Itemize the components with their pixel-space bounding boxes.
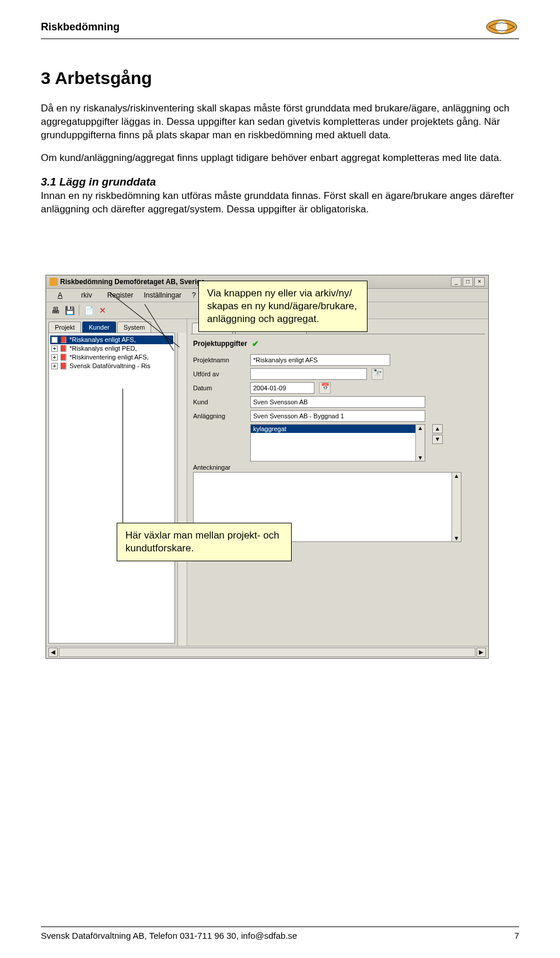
input-projektnamn[interactable] bbox=[250, 354, 390, 366]
label-anlaggning: Anläggning bbox=[193, 412, 246, 419]
label-kund: Kund bbox=[193, 398, 246, 405]
paragraph-1: Då en ny riskanalys/riskinventering skal… bbox=[41, 102, 519, 142]
scroll-down-icon[interactable]: ▼ bbox=[452, 535, 461, 541]
subsection-heading: 3.1 Lägg in grunddata bbox=[41, 176, 519, 188]
separator bbox=[79, 305, 79, 316]
aggregat-listbox[interactable]: kylaggregat ▲ ▼ bbox=[250, 424, 425, 461]
expand-icon[interactable]: + bbox=[51, 345, 58, 352]
group-title: Projektuppgifter ✔ bbox=[187, 334, 488, 351]
save-icon[interactable]: 💾 bbox=[64, 305, 75, 316]
check-icon: ✔ bbox=[252, 339, 259, 348]
book-icon: 📕 bbox=[60, 362, 68, 370]
eye-logo-icon bbox=[484, 18, 519, 36]
page-number: 7 bbox=[514, 931, 519, 940]
book-icon: 📕 bbox=[60, 354, 68, 361]
tree-scrollbar[interactable] bbox=[177, 333, 187, 646]
close-button[interactable]: × bbox=[474, 277, 485, 286]
listbox-scrollbar[interactable]: ▲ ▼ bbox=[415, 425, 425, 461]
minimize-button[interactable]: _ bbox=[451, 277, 461, 286]
tree-item-2[interactable]: + 📕 *Riskinventering enligt AFS, bbox=[50, 353, 173, 362]
scroll-up-icon[interactable]: ▲ bbox=[452, 473, 461, 479]
move-down-icon[interactable]: ▼ bbox=[432, 435, 443, 444]
label-projektnamn: Projektnamn bbox=[193, 356, 246, 363]
header-title: Riskbedömning bbox=[41, 21, 120, 33]
input-anlaggning[interactable] bbox=[250, 410, 425, 422]
input-datum[interactable] bbox=[250, 382, 314, 394]
menu-installningar[interactable]: Inställningar bbox=[139, 290, 186, 300]
tree-label: *Riskanalys enligt PED, bbox=[69, 345, 137, 352]
label-utford-av: Utförd av bbox=[193, 370, 246, 377]
menu-register[interactable]: Register bbox=[103, 290, 138, 300]
maximize-button[interactable]: □ bbox=[463, 277, 473, 286]
menu-arkiv-label: rkiv bbox=[76, 290, 97, 300]
reorder-buttons: ▲ ▼ bbox=[432, 424, 443, 444]
app-icon bbox=[50, 278, 58, 286]
scroll-track[interactable] bbox=[59, 648, 475, 657]
move-up-icon[interactable]: ▲ bbox=[432, 424, 443, 433]
form-area: Projektnamn Utförd av 🔭 Datum 📅 bbox=[187, 351, 488, 548]
expand-icon[interactable]: + bbox=[51, 337, 58, 343]
titlebar-text: Riskbedömning Demoföretaget AB, Sverige bbox=[60, 278, 205, 286]
callout-new-button: Via knappen ny eller via arkiv/ny/ skapa… bbox=[198, 281, 368, 332]
new-icon[interactable]: 📄 bbox=[83, 305, 94, 316]
scroll-right-icon[interactable]: ▶ bbox=[477, 648, 486, 657]
callout-line bbox=[123, 389, 123, 524]
input-kund[interactable] bbox=[250, 396, 425, 408]
expand-icon[interactable]: + bbox=[51, 363, 58, 369]
label-anteckningar: Anteckningar bbox=[193, 464, 482, 471]
notes-scrollbar[interactable]: ▲ ▼ bbox=[452, 473, 461, 541]
paragraph-3: Innan en ny riskbedömning kan utföras må… bbox=[41, 190, 519, 216]
left-panel: Projekt Kunder System + 📕 *Riskanalys en… bbox=[46, 319, 187, 646]
list-item[interactable]: kylaggregat bbox=[251, 425, 425, 433]
tab-system[interactable]: System bbox=[117, 321, 152, 333]
print-icon[interactable]: 🖶 bbox=[50, 305, 61, 316]
page-header: Riskbedömning bbox=[41, 18, 519, 39]
footer-text: Svensk Dataförvaltning AB, Telefon 031-7… bbox=[41, 931, 297, 940]
tree-label: *Riskanalys enligt AFS, bbox=[69, 336, 136, 343]
label-datum: Datum bbox=[193, 384, 246, 391]
binoculars-icon[interactable]: 🔭 bbox=[372, 368, 383, 380]
delete-icon[interactable]: ✕ bbox=[97, 305, 108, 316]
callout-explorer-toggle: Här växlar man mellan projekt- och kundu… bbox=[117, 523, 292, 561]
paragraph-2: Om kund/anläggning/aggregat finns upplag… bbox=[41, 152, 519, 165]
menu-arkiv[interactable]: Arkiv bbox=[48, 290, 102, 300]
section-heading: 3 Arbetsgång bbox=[41, 68, 519, 88]
book-icon: 📕 bbox=[60, 345, 68, 352]
tree-label: Svensk Dataförvaltning - Ris bbox=[69, 362, 150, 369]
page-footer: Svensk Dataförvaltning AB, Telefon 031-7… bbox=[41, 926, 519, 940]
tab-projekt[interactable]: Projekt bbox=[48, 321, 81, 333]
tree-item-0[interactable]: + 📕 *Riskanalys enligt AFS, bbox=[50, 335, 173, 344]
tree-view[interactable]: + 📕 *Riskanalys enligt AFS, + 📕 *Riskana… bbox=[48, 333, 175, 644]
expand-icon[interactable]: + bbox=[51, 354, 58, 361]
scroll-up-icon[interactable]: ▲ bbox=[416, 425, 425, 431]
input-utford-av[interactable] bbox=[250, 368, 367, 380]
book-icon: 📕 bbox=[60, 336, 68, 344]
group-title-label: Projektuppgifter bbox=[193, 340, 247, 348]
tree-label: *Riskinventering enligt AFS, bbox=[69, 354, 149, 361]
tab-kunder[interactable]: Kunder bbox=[82, 321, 116, 333]
calendar-icon[interactable]: 📅 bbox=[319, 382, 331, 394]
scroll-down-icon[interactable]: ▼ bbox=[416, 454, 425, 461]
right-panel: Inmatning Förhandsgranskning Projektuppg… bbox=[187, 319, 488, 646]
horizontal-scrollbar[interactable]: ◀ ▶ bbox=[46, 646, 488, 658]
tree-item-1[interactable]: + 📕 *Riskanalys enligt PED, bbox=[50, 344, 173, 353]
app-window: Riskbedömning Demoföretaget AB, Sverige … bbox=[46, 275, 489, 659]
tree-item-3[interactable]: + 📕 Svensk Dataförvaltning - Ris bbox=[50, 362, 173, 370]
scroll-left-icon[interactable]: ◀ bbox=[48, 648, 58, 657]
